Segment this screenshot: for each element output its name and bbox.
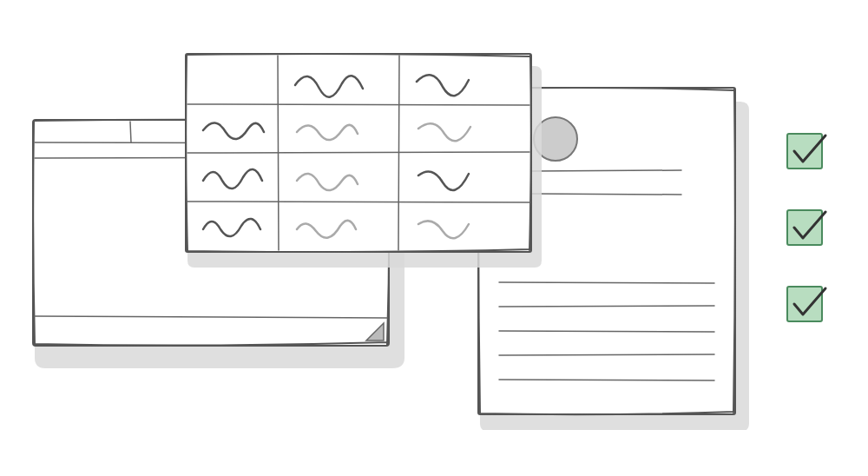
svg-line-8 bbox=[499, 282, 714, 283]
diagram-stage bbox=[0, 0, 868, 476]
svg-line-7 bbox=[532, 194, 681, 195]
checkbox-3[interactable] bbox=[786, 285, 824, 323]
svg-rect-20 bbox=[787, 210, 822, 245]
svg-line-17 bbox=[187, 152, 529, 153]
svg-line-6 bbox=[532, 170, 681, 171]
svg-line-2 bbox=[130, 122, 131, 142]
svg-rect-21 bbox=[787, 287, 822, 321]
svg-line-10 bbox=[499, 331, 714, 332]
checkbox-1[interactable] bbox=[786, 132, 824, 170]
checkbox-2[interactable] bbox=[786, 208, 824, 247]
svg-line-18 bbox=[187, 202, 529, 202]
spreadsheet-panel bbox=[182, 50, 547, 276]
svg-line-9 bbox=[499, 306, 714, 307]
svg-line-11 bbox=[499, 354, 714, 355]
svg-line-12 bbox=[499, 380, 714, 380]
svg-rect-19 bbox=[787, 134, 822, 169]
svg-line-16 bbox=[187, 104, 529, 105]
